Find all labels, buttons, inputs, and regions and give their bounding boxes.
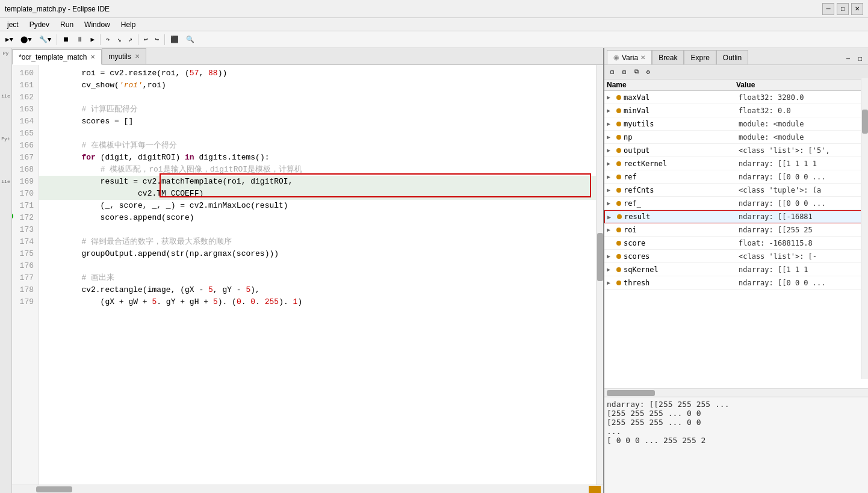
var-row-output[interactable]: ▶ output <class 'list'>: ['5', bbox=[604, 144, 868, 157]
var-row-np[interactable]: ▶ np module: <module bbox=[604, 131, 868, 144]
var-collapse-all[interactable]: ⊟ bbox=[607, 67, 618, 78]
maximize-button[interactable]: □ bbox=[837, 3, 849, 15]
toolbar-btn-7[interactable]: ↩ bbox=[141, 34, 151, 45]
var-hscroll-thumb[interactable] bbox=[607, 390, 655, 396]
code-line-161: cv_show('roi',roi) bbox=[39, 79, 603, 91]
var-row-ref_[interactable]: ▶ ref_ ndarray: [[0 0 0 ... bbox=[604, 197, 868, 210]
tab-myutils[interactable]: myutils ✕ bbox=[102, 48, 146, 64]
expand-ref[interactable]: ▶ bbox=[607, 173, 614, 180]
var-row-thresh[interactable]: ▶ thresh ndarray: [[0 0 0 ... bbox=[604, 276, 868, 290]
var-value-thresh: ndarray: [[0 0 0 ... bbox=[736, 279, 868, 287]
right-tab-variables[interactable]: ◉ Varia ✕ bbox=[607, 50, 652, 64]
var-row-refcnts[interactable]: ▶ refCnts <class 'tuple'>: (a bbox=[604, 184, 868, 197]
expand-ref_[interactable]: ▶ bbox=[607, 200, 614, 206]
toolbar-step-return[interactable]: ↗ bbox=[125, 34, 135, 45]
tab-close-myutils[interactable]: ✕ bbox=[135, 53, 140, 60]
toolbar-btn-1[interactable]: ▶▼ bbox=[2, 34, 16, 45]
menu-ject[interactable]: ject bbox=[2, 19, 23, 30]
expand-minval[interactable]: ▶ bbox=[607, 107, 614, 114]
toolbar-sep-3 bbox=[138, 34, 138, 45]
var-value-sqkernel: ndarray: [[1 1 1 bbox=[736, 265, 868, 274]
toolbar-btn-5[interactable]: ⏸ bbox=[73, 34, 86, 45]
minimize-button[interactable]: ─ bbox=[822, 3, 834, 15]
right-tab-expre[interactable]: Expre bbox=[684, 50, 716, 64]
toolbar-btn-10[interactable]: 🔍 bbox=[183, 34, 197, 45]
expand-sqkernel[interactable]: ▶ bbox=[607, 266, 614, 273]
right-tab-varia-close[interactable]: ✕ bbox=[640, 54, 645, 61]
right-minimize-btn[interactable]: ─ bbox=[843, 54, 854, 64]
app-title: template_match.py - Eclipse IDE bbox=[5, 5, 110, 13]
title-bar: template_match.py - Eclipse IDE ─ □ ✕ bbox=[0, 0, 868, 18]
var-row-result[interactable]: ▶ result ndarray: [[-16881 bbox=[604, 210, 868, 223]
right-vscroll[interactable] bbox=[861, 78, 868, 379]
window-controls[interactable]: ─ □ ✕ bbox=[822, 3, 863, 15]
line-numbers: 160 161 162 163 164 165 166 167 168 169 … bbox=[12, 65, 39, 485]
var-row-roi[interactable]: ▶ roi ndarray: [[255 25 bbox=[604, 223, 868, 237]
left-strip: Py ile Pyt ile bbox=[0, 48, 12, 493]
menu-window[interactable]: Window bbox=[79, 19, 115, 30]
code-area[interactable]: 160 161 162 163 164 165 166 167 168 169 … bbox=[12, 65, 603, 485]
editor-vscroll-thumb[interactable] bbox=[597, 233, 603, 281]
expand-np[interactable]: ▶ bbox=[607, 134, 614, 140]
var-settings[interactable]: ⚙ bbox=[643, 67, 654, 78]
var-name-thresh: thresh bbox=[624, 279, 649, 287]
detail-line-1: ndarray: [[255 255 255 ... bbox=[607, 400, 866, 409]
dot-ref bbox=[616, 175, 621, 179]
dot-sqkernel bbox=[616, 267, 621, 272]
expand-maxval[interactable]: ▶ bbox=[607, 94, 614, 101]
var-row-sqkernel[interactable]: ▶ sqKernel ndarray: [[1 1 1 bbox=[604, 263, 868, 276]
expand-result[interactable]: ▶ bbox=[607, 214, 615, 220]
dot-myutils bbox=[616, 122, 621, 126]
code-line-162 bbox=[39, 91, 603, 104]
toolbar-step-into[interactable]: ↘ bbox=[114, 34, 125, 45]
var-row-score[interactable]: ▶ score float: -1688115.8 bbox=[604, 237, 868, 250]
var-hscroll[interactable] bbox=[604, 388, 868, 397]
detail-line-2: [255 255 255 ... 0 0 bbox=[607, 409, 866, 418]
editor-vscroll[interactable] bbox=[596, 65, 603, 485]
right-vscroll-thumb[interactable] bbox=[862, 110, 868, 134]
expand-refcnts[interactable]: ▶ bbox=[607, 187, 614, 193]
editor-hscroll-thumb[interactable] bbox=[36, 486, 72, 492]
menu-pydev[interactable]: Pydev bbox=[25, 19, 54, 30]
toolbar-btn-4[interactable]: ⏹ bbox=[60, 34, 72, 45]
var-row-myutils[interactable]: ▶ myutils module: <module bbox=[604, 117, 868, 131]
right-maximize-btn[interactable]: □ bbox=[855, 54, 866, 64]
close-button[interactable]: ✕ bbox=[851, 3, 863, 15]
dot-roi bbox=[616, 228, 621, 232]
menu-help[interactable]: Help bbox=[116, 19, 141, 30]
var-row-minval[interactable]: ▶ minVal float32: 0.0 bbox=[604, 104, 868, 117]
var-row-scores[interactable]: ▶ scores <class 'list'>: [- bbox=[604, 250, 868, 263]
expand-roi[interactable]: ▶ bbox=[607, 226, 614, 233]
menu-run[interactable]: Run bbox=[55, 19, 78, 30]
expand-output[interactable]: ▶ bbox=[607, 147, 614, 153]
toolbar-btn-3[interactable]: 🔧▼ bbox=[36, 34, 55, 45]
var-row-maxval[interactable]: ▶ maxVal float32: 3280.0 bbox=[604, 91, 868, 104]
toolbar-btn-2[interactable]: ⬤▼ bbox=[17, 34, 35, 45]
tab-ocr-template-match[interactable]: *ocr_template_match ✕ bbox=[12, 49, 102, 65]
var-toolbar: ⊟ ⊞ ⧉ ⚙ bbox=[604, 65, 868, 79]
toolbar-step-over[interactable]: ↷ bbox=[103, 34, 113, 45]
var-value-minval: float32: 0.0 bbox=[736, 107, 868, 115]
var-value-ref: ndarray: [[0 0 0 ... bbox=[736, 173, 868, 181]
var-row-ref[interactable]: ▶ ref ndarray: [[0 0 0 ... bbox=[604, 170, 868, 184]
expand-myutils[interactable]: ▶ bbox=[607, 120, 614, 127]
editor-hscroll[interactable] bbox=[12, 485, 603, 493]
toolbar-btn-8[interactable]: ↪ bbox=[152, 34, 163, 45]
right-tab-outlin[interactable]: Outlin bbox=[716, 50, 748, 64]
var-header-value: Value bbox=[736, 81, 866, 89]
right-tab-break[interactable]: Break bbox=[652, 50, 684, 64]
var-table[interactable]: Name Value ▶ maxVal float32: 3280.0 ▶ mi… bbox=[604, 79, 868, 388]
line-num-176: 176 bbox=[14, 260, 34, 272]
dot-refcnts bbox=[616, 188, 621, 193]
var-expand-all[interactable]: ⊞ bbox=[619, 67, 630, 78]
expand-thresh[interactable]: ▶ bbox=[607, 279, 614, 286]
expand-rectkernel[interactable]: ▶ bbox=[607, 160, 614, 167]
var-row-rectkernel[interactable]: ▶ rectKernel ndarray: [[1 1 1 1 bbox=[604, 157, 868, 170]
var-value-score: float: -1688115.8 bbox=[736, 239, 868, 247]
var-copy[interactable]: ⧉ bbox=[631, 67, 642, 78]
right-tab-bar: ◉ Varia ✕ Break Expre Outlin ─ □ bbox=[604, 48, 868, 65]
tab-close-active[interactable]: ✕ bbox=[90, 54, 95, 60]
toolbar-btn-9[interactable]: ⬛ bbox=[167, 34, 182, 45]
expand-scores[interactable]: ▶ bbox=[607, 253, 614, 259]
toolbar-btn-6[interactable]: ▶ bbox=[87, 34, 98, 45]
